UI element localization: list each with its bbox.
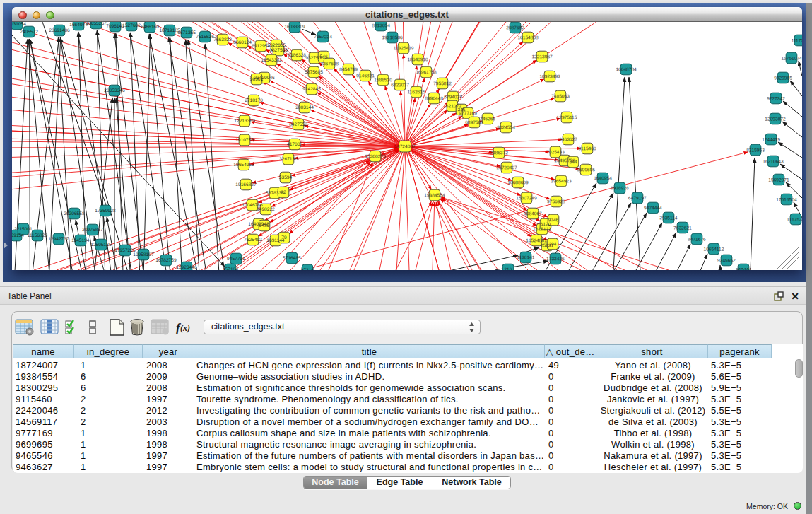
svg-text:9457791: 9457791 [227,256,245,261]
svg-text:947444: 947444 [736,267,751,270]
svg-text:79: 79 [281,235,287,240]
svg-text:9498222: 9498222 [257,206,275,211]
svg-text:11156829: 11156829 [28,233,48,238]
svg-text:19384554: 19384554 [424,192,445,197]
svg-text:20975867: 20975867 [82,227,103,232]
svg-text:844: 844 [569,159,577,164]
svg-text:6671355: 6671355 [177,30,196,35]
svg-text:1910755: 1910755 [235,137,254,142]
svg-text:9699695: 9699695 [577,167,595,172]
svg-text:9329965: 9329965 [774,75,792,80]
svg-text:16524851: 16524851 [526,238,547,243]
svg-text:2803144: 2803144 [295,105,314,110]
svg-text:8813054: 8813054 [372,23,390,28]
svg-text:8471676: 8471676 [688,236,706,241]
svg-text:16210643: 16210643 [763,158,784,163]
svg-text:417008: 417008 [287,141,302,146]
svg-text:1615132: 1615132 [533,226,551,231]
svg-text:6822037: 6822037 [391,82,409,87]
svg-text:12213369: 12213369 [234,118,255,123]
svg-text:9746: 9746 [548,217,559,222]
svg-text:9146821: 9146821 [356,73,375,78]
svg-text:12942737: 12942737 [48,236,69,241]
svg-text:9489: 9489 [259,223,270,228]
svg-text:3024554: 3024554 [497,124,515,129]
svg-text:6120: 6120 [541,221,551,226]
svg-text:19166827: 19166827 [235,182,257,187]
svg-text:9777169: 9777169 [459,110,477,115]
svg-text:10923493: 10923493 [539,74,560,78]
svg-text:216: 216 [504,267,512,270]
svg-text:19218506: 19218506 [382,35,403,40]
svg-text:5716485: 5716485 [283,255,301,260]
svg-text:8186328: 8186328 [288,52,306,57]
svg-text:15751074: 15751074 [781,55,802,60]
svg-text:2718170: 2718170 [245,98,263,103]
svg-text:2087682: 2087682 [506,25,524,30]
svg-text:1527602: 1527602 [122,23,141,28]
svg-text:(x): (x) [180,323,190,333]
svg-text:19654923: 19654923 [551,178,572,183]
svg-text:3267130: 3267130 [279,156,298,161]
svg-text:5322605: 5322605 [267,42,286,47]
svg-text:12213967: 12213967 [531,54,553,59]
svg-text:1117345: 1117345 [792,37,802,42]
svg-text:1664074: 1664074 [69,22,88,27]
svg-text:82: 82 [281,189,286,194]
svg-text:15300275: 15300275 [365,153,386,158]
svg-text:1640954: 1640954 [594,175,612,180]
svg-text:10655267: 10655267 [86,22,107,25]
svg-text:20691406: 20691406 [49,28,70,33]
svg-text:7663822: 7663822 [213,37,232,42]
svg-text:11325419: 11325419 [394,45,414,50]
svg-text:12505135: 12505135 [90,242,112,247]
svg-text:9463627: 9463627 [559,136,577,141]
svg-text:18640910: 18640910 [407,57,428,62]
svg-text:6897568: 6897568 [465,119,483,124]
svg-text:9242845: 9242845 [302,86,321,91]
svg-text:9227342: 9227342 [767,95,785,100]
svg-text:8131054: 8131054 [12,22,26,26]
svg-text:6466160: 6466160 [141,24,159,29]
svg-text:8990448: 8990448 [425,95,443,100]
svg-text:7955812: 7955812 [433,81,452,86]
svg-text:2405572: 2405572 [20,29,38,34]
svg-text:8938928: 8938928 [611,185,629,190]
svg-text:5875685: 5875685 [305,69,323,74]
svg-text:18724007: 18724007 [394,144,416,148]
svg-text:9084067: 9084067 [524,211,542,216]
svg-text:294: 294 [548,241,556,246]
svg-text:17016504: 17016504 [776,197,797,201]
svg-text:15720407: 15720407 [496,165,517,170]
svg-text:53594: 53594 [279,175,293,180]
svg-text:1588520: 1588520 [374,77,392,82]
svg-text:6479197: 6479197 [628,195,647,200]
svg-text:15807249: 15807249 [516,195,537,200]
svg-text:239154: 239154 [12,233,24,238]
svg-text:1145194: 1145194 [71,238,90,243]
svg-text:1162615: 1162615 [407,89,425,94]
svg-text:17359928: 17359928 [95,208,116,213]
svg-text:12923446: 12923446 [176,264,197,269]
svg-text:9827503: 9827503 [269,47,288,52]
svg-text:8454749: 8454749 [339,66,358,71]
svg-text:16154808: 16154808 [517,35,539,40]
svg-text:2215001: 2215001 [14,226,33,231]
svg-text:7632621: 7632621 [673,225,692,230]
svg-text:16543382: 16543382 [261,57,282,62]
svg-text:1244419: 1244419 [762,136,780,141]
svg-text:10958107: 10958107 [133,252,154,257]
svg-text:12975115: 12975115 [557,115,577,119]
svg-text:15692971: 15692971 [768,177,789,182]
svg-text:20206558: 20206558 [64,211,85,216]
svg-text:10688609: 10688609 [507,180,529,185]
svg-text:2935114: 2935114 [659,215,678,220]
svg-text:16648784: 16648784 [616,66,637,71]
svg-text:1733426: 1733426 [546,256,565,261]
svg-text:97216: 97216 [301,267,314,270]
svg-text:8215953: 8215953 [746,147,765,152]
svg-text:9115460: 9115460 [578,146,596,151]
svg-text:16782759: 16782759 [155,257,177,262]
svg-text:7625402: 7625402 [244,237,262,242]
svg-text:16033809: 16033809 [284,24,305,29]
